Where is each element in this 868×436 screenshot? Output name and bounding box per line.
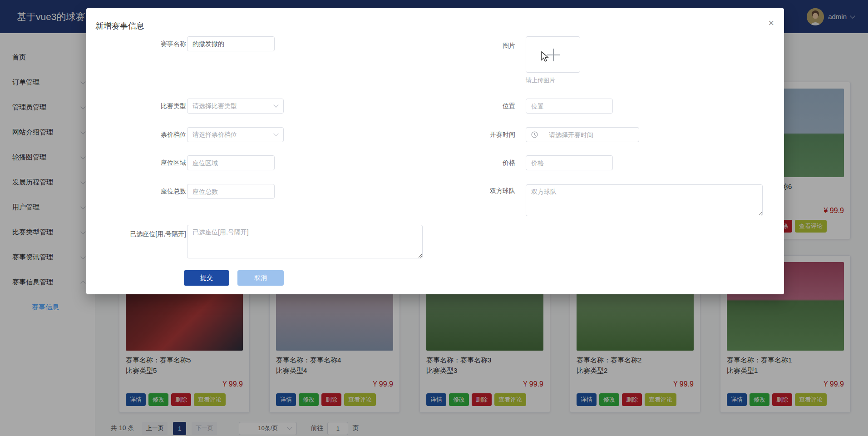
seat-total-input[interactable] [187,184,275,199]
clock-icon [531,131,538,138]
image-label: 图片 [420,38,515,53]
mouse-cursor-icon [541,51,551,62]
match-type-label: 比赛类型 [91,99,186,114]
seat-area-label: 座位区域 [91,155,186,170]
upload-tip: 请上传图片 [526,76,555,84]
teams-textarea[interactable] [526,184,763,216]
ticket-level-placeholder: 请选择票价档位 [192,131,237,139]
chevron-down-icon [273,102,278,107]
cancel-button[interactable]: 取消 [237,270,284,286]
event-name-input[interactable] [187,36,275,51]
selected-seats-label: 已选座位[用,号隔开] [91,227,186,242]
price-label: 价格 [420,155,515,170]
location-input[interactable] [526,99,613,114]
image-upload-box[interactable] [526,36,580,73]
start-time-picker[interactable] [526,127,639,142]
seat-area-input[interactable] [187,155,275,170]
match-type-select[interactable]: 请选择比赛类型 [187,99,284,114]
match-type-placeholder: 请选择比赛类型 [192,102,237,110]
ticket-level-select[interactable]: 请选择票价档位 [187,127,284,142]
app-root: 基于vue3的球赛 admin 首页 [0,0,868,436]
ticket-level-label: 票价档位 [91,127,186,142]
teams-label: 双方球队 [420,183,515,198]
chevron-down-icon [273,131,278,136]
dialog-title: 新增赛事信息 [95,20,144,31]
close-icon[interactable]: × [768,18,774,28]
add-event-dialog: 新增赛事信息 × 赛事名称 比赛类型 请选择比赛类型 票价档位 请选择票价档位 … [86,8,784,294]
selected-seats-textarea[interactable] [187,225,423,258]
seat-total-label: 座位总数 [91,184,186,199]
start-time-label: 开赛时间 [420,127,515,142]
price-input[interactable] [526,155,613,170]
location-label: 位置 [420,99,515,114]
submit-button[interactable]: 提交 [184,270,229,286]
event-name-label: 赛事名称 [91,36,186,51]
